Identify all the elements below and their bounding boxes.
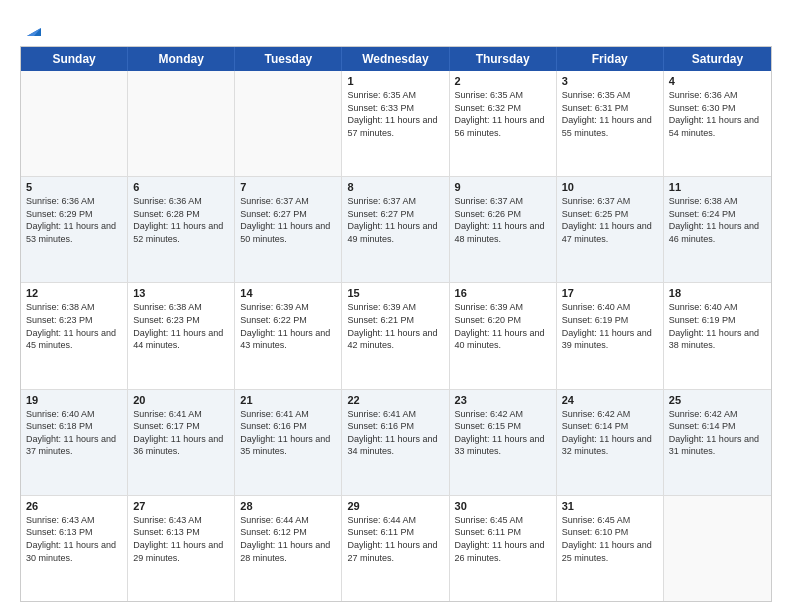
day-cell-18: 18Sunrise: 6:40 AM Sunset: 6:19 PM Dayli… [664,283,771,388]
cell-info: Sunrise: 6:35 AM Sunset: 6:31 PM Dayligh… [562,89,658,139]
day-number: 5 [26,181,122,193]
day-number: 18 [669,287,766,299]
cell-info: Sunrise: 6:37 AM Sunset: 6:25 PM Dayligh… [562,195,658,245]
day-cell-3: 3Sunrise: 6:35 AM Sunset: 6:31 PM Daylig… [557,71,664,176]
header-cell-saturday: Saturday [664,47,771,71]
day-cell-14: 14Sunrise: 6:39 AM Sunset: 6:22 PM Dayli… [235,283,342,388]
cell-info: Sunrise: 6:44 AM Sunset: 6:12 PM Dayligh… [240,514,336,564]
day-cell-8: 8Sunrise: 6:37 AM Sunset: 6:27 PM Daylig… [342,177,449,282]
day-number: 27 [133,500,229,512]
day-cell-6: 6Sunrise: 6:36 AM Sunset: 6:28 PM Daylig… [128,177,235,282]
day-number: 21 [240,394,336,406]
day-number: 7 [240,181,336,193]
cell-info: Sunrise: 6:38 AM Sunset: 6:24 PM Dayligh… [669,195,766,245]
cell-info: Sunrise: 6:40 AM Sunset: 6:19 PM Dayligh… [669,301,766,351]
day-cell-11: 11Sunrise: 6:38 AM Sunset: 6:24 PM Dayli… [664,177,771,282]
calendar-header: SundayMondayTuesdayWednesdayThursdayFrid… [21,47,771,71]
empty-cell [21,71,128,176]
day-cell-21: 21Sunrise: 6:41 AM Sunset: 6:16 PM Dayli… [235,390,342,495]
day-cell-16: 16Sunrise: 6:39 AM Sunset: 6:20 PM Dayli… [450,283,557,388]
cell-info: Sunrise: 6:36 AM Sunset: 6:29 PM Dayligh… [26,195,122,245]
day-cell-30: 30Sunrise: 6:45 AM Sunset: 6:11 PM Dayli… [450,496,557,601]
cell-info: Sunrise: 6:43 AM Sunset: 6:13 PM Dayligh… [26,514,122,564]
day-number: 10 [562,181,658,193]
day-cell-24: 24Sunrise: 6:42 AM Sunset: 6:14 PM Dayli… [557,390,664,495]
header-cell-thursday: Thursday [450,47,557,71]
day-number: 20 [133,394,229,406]
header-cell-wednesday: Wednesday [342,47,449,71]
day-cell-19: 19Sunrise: 6:40 AM Sunset: 6:18 PM Dayli… [21,390,128,495]
day-cell-20: 20Sunrise: 6:41 AM Sunset: 6:17 PM Dayli… [128,390,235,495]
cell-info: Sunrise: 6:37 AM Sunset: 6:27 PM Dayligh… [347,195,443,245]
cell-info: Sunrise: 6:41 AM Sunset: 6:16 PM Dayligh… [347,408,443,458]
cell-info: Sunrise: 6:36 AM Sunset: 6:30 PM Dayligh… [669,89,766,139]
day-number: 3 [562,75,658,87]
day-number: 15 [347,287,443,299]
calendar-body: 1Sunrise: 6:35 AM Sunset: 6:33 PM Daylig… [21,71,771,601]
day-number: 12 [26,287,122,299]
day-cell-22: 22Sunrise: 6:41 AM Sunset: 6:16 PM Dayli… [342,390,449,495]
calendar-row-4: 19Sunrise: 6:40 AM Sunset: 6:18 PM Dayli… [21,389,771,495]
cell-info: Sunrise: 6:35 AM Sunset: 6:32 PM Dayligh… [455,89,551,139]
day-number: 23 [455,394,551,406]
day-cell-12: 12Sunrise: 6:38 AM Sunset: 6:23 PM Dayli… [21,283,128,388]
header-cell-tuesday: Tuesday [235,47,342,71]
cell-info: Sunrise: 6:39 AM Sunset: 6:21 PM Dayligh… [347,301,443,351]
cell-info: Sunrise: 6:41 AM Sunset: 6:16 PM Dayligh… [240,408,336,458]
day-cell-2: 2Sunrise: 6:35 AM Sunset: 6:32 PM Daylig… [450,71,557,176]
page: SundayMondayTuesdayWednesdayThursdayFrid… [0,0,792,612]
day-cell-28: 28Sunrise: 6:44 AM Sunset: 6:12 PM Dayli… [235,496,342,601]
cell-info: Sunrise: 6:43 AM Sunset: 6:13 PM Dayligh… [133,514,229,564]
cell-info: Sunrise: 6:37 AM Sunset: 6:26 PM Dayligh… [455,195,551,245]
day-cell-1: 1Sunrise: 6:35 AM Sunset: 6:33 PM Daylig… [342,71,449,176]
day-cell-9: 9Sunrise: 6:37 AM Sunset: 6:26 PM Daylig… [450,177,557,282]
day-cell-26: 26Sunrise: 6:43 AM Sunset: 6:13 PM Dayli… [21,496,128,601]
day-cell-25: 25Sunrise: 6:42 AM Sunset: 6:14 PM Dayli… [664,390,771,495]
day-cell-15: 15Sunrise: 6:39 AM Sunset: 6:21 PM Dayli… [342,283,449,388]
day-cell-13: 13Sunrise: 6:38 AM Sunset: 6:23 PM Dayli… [128,283,235,388]
day-number: 14 [240,287,336,299]
header-cell-sunday: Sunday [21,47,128,71]
logo [20,18,45,36]
cell-info: Sunrise: 6:45 AM Sunset: 6:10 PM Dayligh… [562,514,658,564]
day-number: 9 [455,181,551,193]
day-number: 31 [562,500,658,512]
day-cell-27: 27Sunrise: 6:43 AM Sunset: 6:13 PM Dayli… [128,496,235,601]
cell-info: Sunrise: 6:39 AM Sunset: 6:22 PM Dayligh… [240,301,336,351]
logo-icon [23,18,45,40]
cell-info: Sunrise: 6:40 AM Sunset: 6:19 PM Dayligh… [562,301,658,351]
day-number: 2 [455,75,551,87]
empty-cell [128,71,235,176]
day-number: 22 [347,394,443,406]
cell-info: Sunrise: 6:42 AM Sunset: 6:15 PM Dayligh… [455,408,551,458]
day-number: 4 [669,75,766,87]
day-number: 29 [347,500,443,512]
day-number: 28 [240,500,336,512]
day-cell-4: 4Sunrise: 6:36 AM Sunset: 6:30 PM Daylig… [664,71,771,176]
day-cell-29: 29Sunrise: 6:44 AM Sunset: 6:11 PM Dayli… [342,496,449,601]
day-number: 8 [347,181,443,193]
day-number: 19 [26,394,122,406]
cell-info: Sunrise: 6:37 AM Sunset: 6:27 PM Dayligh… [240,195,336,245]
day-number: 17 [562,287,658,299]
cell-info: Sunrise: 6:36 AM Sunset: 6:28 PM Dayligh… [133,195,229,245]
header-cell-monday: Monday [128,47,235,71]
day-number: 1 [347,75,443,87]
day-number: 26 [26,500,122,512]
day-cell-10: 10Sunrise: 6:37 AM Sunset: 6:25 PM Dayli… [557,177,664,282]
calendar-row-2: 5Sunrise: 6:36 AM Sunset: 6:29 PM Daylig… [21,176,771,282]
cell-info: Sunrise: 6:45 AM Sunset: 6:11 PM Dayligh… [455,514,551,564]
day-number: 24 [562,394,658,406]
day-number: 30 [455,500,551,512]
calendar: SundayMondayTuesdayWednesdayThursdayFrid… [20,46,772,602]
day-number: 25 [669,394,766,406]
cell-info: Sunrise: 6:39 AM Sunset: 6:20 PM Dayligh… [455,301,551,351]
header [20,18,772,36]
day-number: 11 [669,181,766,193]
empty-cell [664,496,771,601]
cell-info: Sunrise: 6:41 AM Sunset: 6:17 PM Dayligh… [133,408,229,458]
empty-cell [235,71,342,176]
cell-info: Sunrise: 6:38 AM Sunset: 6:23 PM Dayligh… [133,301,229,351]
cell-info: Sunrise: 6:42 AM Sunset: 6:14 PM Dayligh… [562,408,658,458]
day-cell-5: 5Sunrise: 6:36 AM Sunset: 6:29 PM Daylig… [21,177,128,282]
